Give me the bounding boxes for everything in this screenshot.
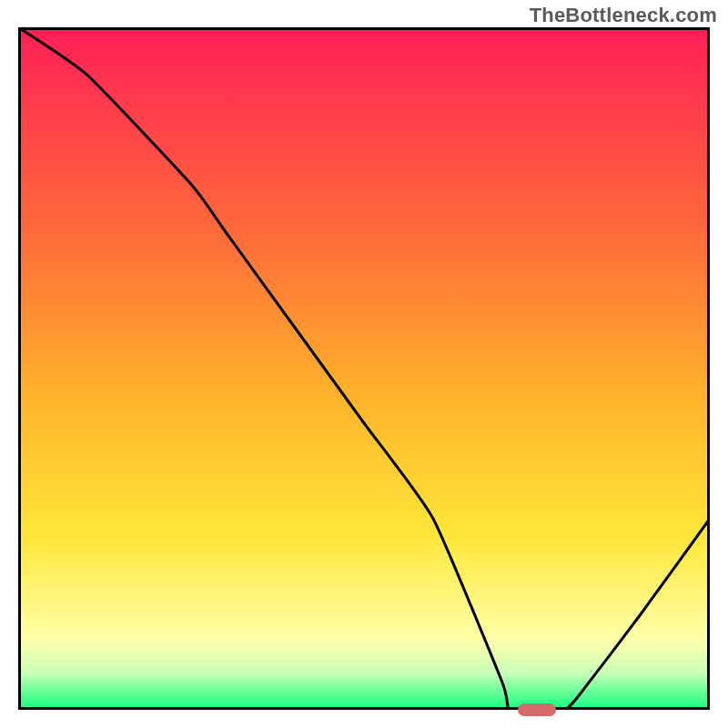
optimal-marker bbox=[518, 703, 556, 716]
chart-background bbox=[21, 27, 707, 707]
chart-svg bbox=[18, 27, 710, 710]
chart-frame: TheBottleneck.com bbox=[0, 0, 728, 728]
watermark-label: TheBottleneck.com bbox=[530, 4, 717, 27]
chart-plot bbox=[18, 27, 710, 710]
